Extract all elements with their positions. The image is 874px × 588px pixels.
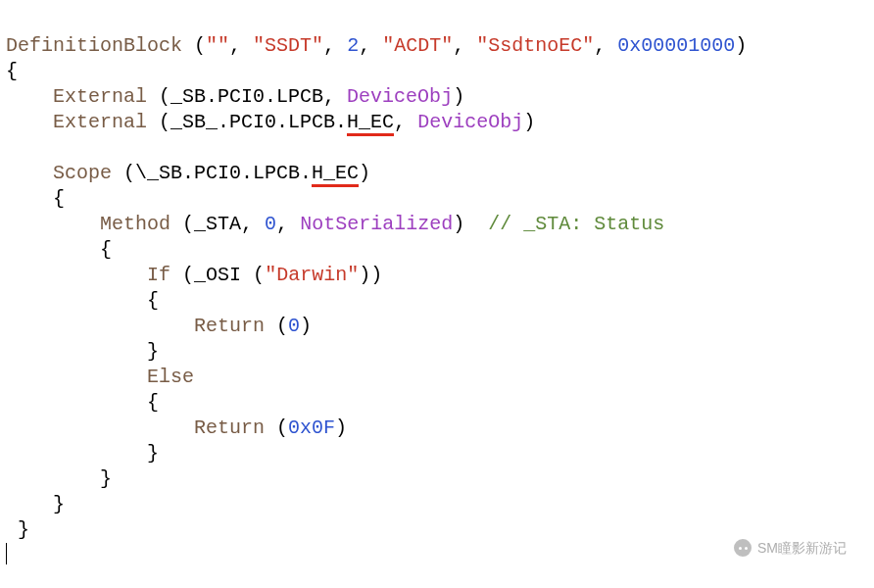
- num-tablerev: 0x00001000: [617, 34, 735, 57]
- brace-close: }: [147, 340, 159, 363]
- punct: (: [276, 315, 288, 337]
- kw-external: External: [53, 85, 147, 108]
- punct: [265, 315, 276, 337]
- num-0x0f: 0x0F: [288, 416, 335, 439]
- punct: [241, 264, 253, 286]
- str-ssdtnoec: "SsdtnoEC": [476, 34, 594, 57]
- punct: ): [735, 34, 747, 57]
- punct: [147, 85, 159, 108]
- punct: ): [453, 85, 464, 108]
- punct: ): [523, 111, 535, 133]
- indent: [6, 493, 53, 515]
- punct: (: [194, 34, 206, 57]
- punct: ,: [594, 34, 617, 57]
- num-zero: 0: [265, 213, 276, 235]
- kw-deviceobj: DeviceObj: [347, 85, 453, 108]
- punct: ): [359, 162, 370, 184]
- ident-h-ec-underlined: H_EC: [347, 111, 394, 136]
- punct: (: [253, 264, 265, 286]
- kw-scope: Scope: [53, 162, 112, 184]
- punct: ): [335, 416, 347, 439]
- punct: [147, 111, 159, 133]
- brace-close: }: [100, 467, 112, 490]
- str-acdt: "ACDT": [382, 34, 453, 57]
- ident-path-pre: _SB_.PCI0.LPCB.: [170, 111, 347, 133]
- punct: [112, 162, 123, 184]
- brace-open: {: [53, 187, 65, 210]
- brace-open: {: [100, 238, 112, 261]
- punct: ,: [394, 111, 417, 133]
- punct: (: [182, 264, 194, 286]
- indent: [6, 264, 147, 286]
- punct: ,: [323, 85, 347, 108]
- ident-sta: _STA: [194, 213, 241, 235]
- indent: [6, 315, 194, 337]
- punct: (: [276, 416, 288, 439]
- brace-close: }: [147, 442, 159, 465]
- indent: [6, 289, 147, 312]
- punct: (: [159, 111, 170, 133]
- punct: ): [453, 213, 464, 235]
- str-ssdt: "SSDT": [253, 34, 323, 57]
- code-block: DefinitionBlock ("", "SSDT", 2, "ACDT", …: [0, 0, 874, 576]
- num-zero2: 0: [288, 315, 300, 337]
- indent: [6, 366, 147, 388]
- punct: [265, 416, 276, 439]
- punct: ,: [453, 34, 476, 57]
- indent: [6, 467, 100, 490]
- watermark-text: SM瞳影新游记: [757, 535, 847, 561]
- kw-definitionblock: DefinitionBlock: [6, 34, 182, 57]
- str-empty: "": [206, 34, 229, 57]
- ident-osi: _OSI: [194, 264, 241, 286]
- kw-deviceobj: DeviceObj: [417, 111, 523, 133]
- punct: )): [359, 264, 382, 286]
- punct: [170, 264, 182, 286]
- ident-scope-hec-underlined: H_EC: [312, 162, 359, 187]
- num-2: 2: [347, 34, 359, 57]
- indent: [6, 162, 53, 184]
- indent: [6, 213, 100, 235]
- punct: (: [159, 85, 170, 108]
- punct: (: [182, 213, 194, 235]
- kw-notserialized: NotSerialized: [300, 213, 453, 235]
- str-darwin: "Darwin": [265, 264, 359, 286]
- ident-scope-pre: \_SB.PCI0.LPCB.: [135, 162, 312, 184]
- indent: [6, 340, 147, 363]
- indent: [6, 416, 194, 439]
- punct: (: [123, 162, 135, 184]
- kw-return: Return: [194, 416, 265, 439]
- indent: [6, 111, 53, 133]
- watermark: SM瞳影新游记: [734, 535, 847, 561]
- punct: ,: [359, 34, 382, 57]
- kw-return: Return: [194, 315, 265, 337]
- brace-open: {: [147, 289, 159, 312]
- punct: ,: [241, 213, 265, 235]
- spaces: [464, 213, 488, 235]
- punct: ): [300, 315, 312, 337]
- brace-open: {: [147, 391, 159, 414]
- indent: [6, 238, 100, 261]
- kw-else: Else: [147, 366, 194, 388]
- indent: [6, 391, 147, 414]
- comment-sta: // _STA: Status: [488, 213, 664, 235]
- punct: ,: [323, 34, 347, 57]
- kw-external: External: [53, 111, 147, 133]
- punct: ,: [276, 213, 300, 235]
- brace-close: }: [53, 493, 65, 515]
- wechat-icon: [734, 539, 752, 557]
- indent: [6, 85, 53, 108]
- indent: [6, 187, 53, 210]
- indent: [6, 442, 147, 465]
- kw-if: If: [147, 264, 170, 286]
- kw-method: Method: [100, 213, 170, 235]
- punct: [170, 213, 182, 235]
- ident-path: _SB.PCI0.LPCB: [170, 85, 323, 108]
- brace-open: {: [6, 60, 18, 82]
- text-cursor: [6, 543, 7, 564]
- punct: [182, 34, 194, 57]
- punct: ,: [229, 34, 253, 57]
- brace-close-outer: }: [6, 518, 29, 541]
